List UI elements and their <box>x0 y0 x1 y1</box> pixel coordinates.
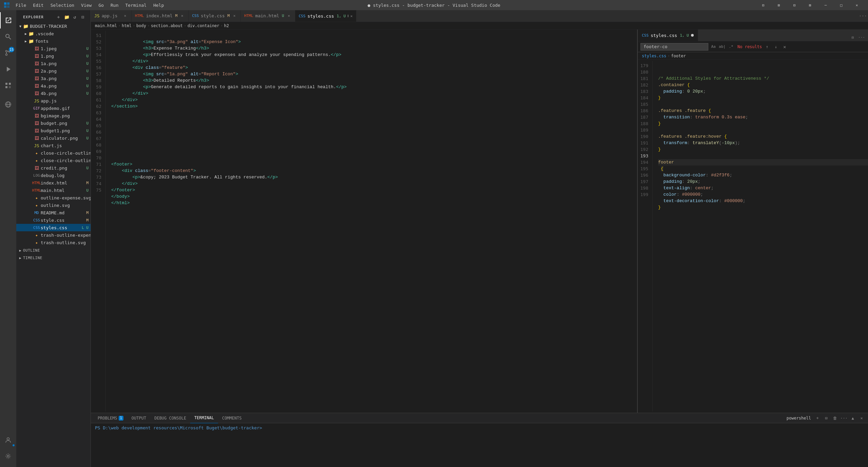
outline-section[interactable]: ▶ OUTLINE <box>16 246 91 254</box>
bc-h2[interactable]: h2 <box>224 23 229 28</box>
tree-item-closecircleoutline[interactable]: ✦ close-circle-outline.svg <box>16 157 91 164</box>
collapse-all-button[interactable]: ⊟ <box>80 14 86 20</box>
find-next-button[interactable]: ↓ <box>772 43 780 51</box>
bc-divcontainer[interactable]: div.container <box>188 23 219 28</box>
tree-item-4bpng[interactable]: 🖼 4b.png U <box>16 90 91 97</box>
activity-debug[interactable] <box>0 61 16 77</box>
tree-item-1apng[interactable]: 🖼 1a.png U <box>16 60 91 67</box>
find-close-button[interactable]: ✕ <box>781 43 788 51</box>
tree-item-mainhtml[interactable]: HTML main.html U <box>16 187 91 194</box>
bottom-tab-output[interactable]: OUTPUT <box>127 413 150 423</box>
new-file-button[interactable]: + <box>55 14 62 20</box>
panel-close-button[interactable]: ✕ <box>858 414 865 422</box>
bc-sectionabout[interactable]: section.about <box>151 23 183 28</box>
activity-search[interactable] <box>0 28 16 45</box>
tree-item-3apng[interactable]: 🖼 3a.png U <box>16 75 91 82</box>
tree-item-bgimagepng[interactable]: 🖼 bgimage.png <box>16 112 91 119</box>
layout-toggle-2[interactable]: ⊞ <box>771 0 787 10</box>
find-regex-button[interactable]: .* <box>727 43 735 51</box>
tab-appjs[interactable]: JS app.js ✕ <box>91 10 132 22</box>
left-code-content[interactable]: <img src="3a.png" alt="Expense Icon"> <h… <box>106 31 637 411</box>
tree-item-debuglog[interactable]: LOG debug.log <box>16 172 91 179</box>
tree-item-vscode[interactable]: ▶ 📁 .vscode <box>16 30 91 37</box>
tree-item-readmemd[interactable]: MD README.md M <box>16 209 91 216</box>
activity-source-control[interactable]: 15 <box>0 45 16 61</box>
menu-help[interactable]: Help <box>150 1 167 9</box>
menu-run[interactable]: Run <box>107 1 122 9</box>
find-prev-button[interactable]: ↑ <box>763 43 771 51</box>
find-input[interactable] <box>640 43 708 51</box>
tab-close-appjs[interactable]: ✕ <box>122 13 128 19</box>
find-match-case-button[interactable]: Aa <box>710 43 717 51</box>
bottom-tab-comments[interactable]: COMMENTS <box>218 413 246 423</box>
tree-item-stylecss[interactable]: CSS style.css M <box>16 216 91 224</box>
split-terminal-button[interactable]: ⊟ <box>823 414 830 422</box>
tab-close-indexhtml[interactable]: ✕ <box>179 13 185 19</box>
tree-item-2apng[interactable]: 🖼 2a.png U <box>16 67 91 75</box>
panel-maximize-button[interactable]: ▲ <box>849 414 856 422</box>
more-actions-button[interactable]: ··· <box>858 34 865 41</box>
tree-item-outlineexpensesvg[interactable]: ✦ outline-expense.svg <box>16 194 91 201</box>
left-code-area[interactable]: 51 52 53 54 55 56 57 58 59 60 61 62 <box>91 30 637 413</box>
tree-item-trashoutlineexpensesvg[interactable]: ✦ trash-outline-expense.svg <box>16 231 91 239</box>
tree-item-appdemo[interactable]: GIF appdemo.gif <box>16 104 91 112</box>
tree-item-closecircleoutlineexpense[interactable]: ✦ close-circle-outline-expense.svg <box>16 149 91 157</box>
tab-stylescss[interactable]: CSS styles.css 1, U ✕ <box>295 10 356 22</box>
tab-close-stylecss[interactable]: ✕ <box>232 13 237 19</box>
layout-toggle-3[interactable]: ⊟ <box>787 0 802 10</box>
bottom-tab-problems[interactable]: PROBLEMS 1 <box>94 413 127 423</box>
tab-mainhtml[interactable]: HTML main.html U ✕ <box>241 10 295 22</box>
right-code-content[interactable]: /* Additional Styles for Attractiveness … <box>653 61 868 411</box>
split-editor-button[interactable]: ⊟ <box>849 34 856 41</box>
minimize-button[interactable]: ─ <box>818 0 833 10</box>
tree-item-4apng[interactable]: 🖼 4a.png U <box>16 82 91 90</box>
menu-selection[interactable]: Selection <box>47 1 78 9</box>
tree-item-indexhtml[interactable]: HTML index.html M <box>16 179 91 187</box>
kill-terminal-button[interactable]: 🗑 <box>831 414 839 422</box>
tree-item-trashoutlinesvg[interactable]: ✦ trash-outline.svg <box>16 239 91 246</box>
bottom-tab-terminal[interactable]: TERMINAL <box>190 413 218 423</box>
activity-extensions[interactable] <box>0 77 16 94</box>
right-bc-stylescss[interactable]: styles.css <box>642 54 666 58</box>
activity-remote[interactable] <box>0 96 16 113</box>
tab-close-stylescss[interactable]: ✕ <box>350 13 353 19</box>
tree-item-calculatorpng[interactable]: 🖼 calculator.png U <box>16 134 91 142</box>
new-terminal-button[interactable]: + <box>814 414 821 422</box>
close-button[interactable]: ✕ <box>849 0 865 10</box>
menu-view[interactable]: View <box>78 1 95 9</box>
tree-item-budget1png[interactable]: 🖼 budget1.png U <box>16 127 91 134</box>
tab-stylecss[interactable]: CSS style.css M ✕ <box>189 10 241 22</box>
right-tab-stylescss[interactable]: CSS styles.css 1, U <box>638 30 698 41</box>
tabs-overflow-button[interactable]: ··· <box>858 10 868 22</box>
tree-root-folder[interactable]: ▼ 📁 BUDGET-TRACKER <box>16 22 91 30</box>
menu-go[interactable]: Go <box>95 1 107 9</box>
tree-item-budgetpng[interactable]: 🖼 budget.png U <box>16 119 91 127</box>
tree-item-outlinesvg[interactable]: ✦ outline.svg <box>16 201 91 209</box>
menu-terminal[interactable]: Terminal <box>122 1 150 9</box>
tree-item-stylescss[interactable]: CSS styles.css L U <box>16 224 91 231</box>
layout-toggle-4[interactable]: ⊞ <box>802 0 818 10</box>
tree-item-appjs[interactable]: JS app.js <box>16 97 91 104</box>
refresh-explorer-button[interactable]: ↺ <box>72 14 78 20</box>
layout-toggle-1[interactable]: ⊟ <box>755 0 771 10</box>
menu-file[interactable]: File <box>12 1 29 9</box>
menu-edit[interactable]: Edit <box>29 1 47 9</box>
tree-item-fonts[interactable]: ▶ 📁 fonts <box>16 37 91 45</box>
new-folder-button[interactable]: 📁 <box>63 14 70 20</box>
bc-body[interactable]: body <box>136 23 146 28</box>
tree-item-creditpng[interactable]: 🖼 credit.png U <box>16 164 91 172</box>
find-match-word-button[interactable]: ab| <box>718 43 726 51</box>
activity-accounts[interactable] <box>0 432 16 448</box>
activity-explorer[interactable] <box>0 12 16 28</box>
tree-item-chartjs[interactable]: JS chart.js <box>16 142 91 149</box>
timeline-section[interactable]: ▶ TIMELINE <box>16 254 91 261</box>
tab-indexhtml[interactable]: HTML index.html M ✕ <box>132 10 189 22</box>
terminal-more-button[interactable]: ··· <box>840 414 848 422</box>
bc-html[interactable]: html <box>122 23 132 28</box>
tree-item-1jpeg[interactable]: 🖼 1.jpeg U <box>16 45 91 52</box>
tab-close-mainhtml[interactable]: ✕ <box>286 13 292 19</box>
bc-mainhtml[interactable]: main.html <box>95 23 117 28</box>
right-code-area[interactable]: 179 180 181 182 183 184 185 186 187 188 … <box>638 60 868 413</box>
tree-item-1png[interactable]: 🖼 1.png U <box>16 52 91 60</box>
activity-settings[interactable] <box>0 448 16 464</box>
